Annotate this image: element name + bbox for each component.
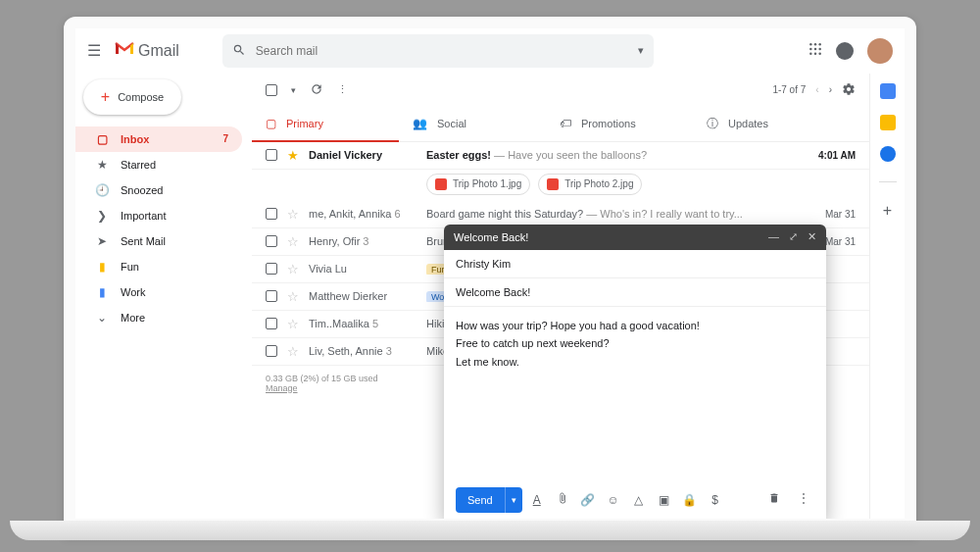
folder-label: Snoozed: [121, 184, 163, 196]
send-button[interactable]: Send: [456, 487, 505, 513]
svg-point-5: [818, 48, 820, 50]
tab-icon: ⓘ: [707, 116, 718, 132]
folder-icon: 🕘: [95, 183, 109, 197]
attachments-row: Trip Photo 1.jpgTrip Photo 2.jpg: [252, 170, 869, 201]
tab-icon: 👥: [413, 117, 427, 130]
svg-point-3: [809, 48, 811, 50]
refresh-icon[interactable]: [310, 82, 323, 98]
settings-icon[interactable]: [842, 82, 856, 98]
more-icon[interactable]: ⋮: [337, 83, 348, 96]
close-icon[interactable]: ✕: [808, 230, 816, 243]
row-checkbox[interactable]: [266, 345, 277, 357]
prev-page-icon[interactable]: ‹: [815, 84, 818, 95]
next-page-icon[interactable]: ›: [829, 84, 832, 95]
tab-updates[interactable]: ⓘUpdates: [693, 107, 840, 141]
sidebar-item-snoozed[interactable]: 🕘Snoozed: [75, 177, 242, 203]
attach-icon[interactable]: [552, 491, 573, 508]
keep-icon[interactable]: [880, 115, 896, 130]
star-icon[interactable]: ☆: [287, 289, 299, 304]
sidebar-item-inbox[interactable]: ▢Inbox7: [75, 126, 242, 152]
sidebar-item-sent-mail[interactable]: ➤Sent Mail: [75, 228, 242, 254]
row-checkbox[interactable]: [266, 263, 277, 275]
attachment-chip[interactable]: Trip Photo 1.jpg: [426, 174, 530, 195]
folder-label: Work: [121, 286, 145, 298]
tab-social[interactable]: 👥Social: [399, 107, 546, 141]
storage-manage-link[interactable]: Manage: [266, 383, 298, 393]
row-checkbox[interactable]: [266, 290, 277, 302]
row-checkbox[interactable]: [266, 235, 277, 247]
star-icon[interactable]: ☆: [287, 207, 299, 222]
sidebar-item-more[interactable]: ⌄More: [75, 305, 242, 330]
svg-point-2: [818, 43, 820, 45]
svg-point-8: [818, 52, 820, 54]
addons-icon[interactable]: +: [883, 202, 892, 220]
tab-icon: 🏷: [560, 117, 571, 130]
money-icon[interactable]: $: [705, 493, 726, 507]
star-icon[interactable]: ☆: [287, 344, 299, 359]
calendar-icon[interactable]: [880, 83, 896, 99]
confidential-icon[interactable]: 🔒: [679, 493, 701, 507]
compose-to-field[interactable]: Christy Kim: [444, 250, 826, 278]
row-checkbox[interactable]: [266, 149, 277, 161]
send-options-icon[interactable]: ▾: [505, 487, 522, 513]
side-rail: +: [869, 74, 905, 519]
tab-label: Promotions: [581, 118, 636, 129]
email-row[interactable]: ★ Daniel Vickery Easter eggs! — Have you…: [252, 142, 869, 170]
sidebar-item-important[interactable]: ❯Important: [75, 203, 242, 228]
photo-icon[interactable]: ▣: [654, 493, 675, 507]
svg-point-4: [814, 48, 816, 50]
format-icon[interactable]: A: [526, 493, 548, 507]
star-icon[interactable]: ★: [287, 148, 299, 163]
expand-icon[interactable]: ⤢: [789, 230, 798, 243]
discard-icon[interactable]: [763, 491, 785, 508]
folder-label: Sent Mail: [121, 235, 166, 247]
link-icon[interactable]: 🔗: [577, 493, 599, 507]
search-dropdown-icon[interactable]: ▾: [638, 44, 644, 57]
gmail-logo[interactable]: Gmail: [115, 40, 179, 61]
attachment-chip[interactable]: Trip Photo 2.jpg: [538, 174, 642, 195]
folder-label: Fun: [121, 261, 139, 273]
tab-promotions[interactable]: 🏷Promotions: [546, 107, 693, 141]
compose-subject-field[interactable]: Welcome Back!: [444, 278, 826, 307]
star-icon[interactable]: ☆: [287, 262, 299, 276]
drive-icon[interactable]: △: [628, 493, 650, 507]
apps-icon[interactable]: [808, 42, 822, 59]
compose-body[interactable]: How was your trip? Hope you had a good v…: [444, 307, 826, 481]
tasks-icon[interactable]: [880, 146, 896, 162]
row-content: Easter eggs! — Have you seen the balloon…: [426, 149, 808, 161]
sidebar-item-work[interactable]: ▮Work: [75, 279, 242, 305]
sidebar-item-starred[interactable]: ★Starred: [75, 152, 242, 177]
row-sender: Liv, Seth, Annie 3: [309, 345, 416, 357]
tab-label: Primary: [286, 118, 323, 129]
search-bar[interactable]: ▾: [222, 34, 654, 68]
account-avatar[interactable]: [867, 38, 893, 64]
svg-point-0: [809, 43, 811, 45]
row-time: Mar 31: [825, 209, 856, 220]
notifications-icon[interactable]: [836, 42, 854, 60]
compose-button[interactable]: + Compose: [83, 79, 181, 115]
tab-primary[interactable]: ▢Primary: [252, 107, 399, 141]
star-icon[interactable]: ☆: [287, 317, 299, 331]
minimize-icon[interactable]: —: [768, 230, 779, 243]
row-sender: Vivia Lu: [309, 263, 416, 275]
sidebar-item-fun[interactable]: ▮Fun: [75, 254, 242, 279]
row-checkbox[interactable]: [266, 208, 277, 220]
row-time: 4:01 AM: [818, 150, 856, 161]
row-sender: Matthew Dierker: [309, 290, 416, 302]
folder-label: More: [121, 312, 145, 324]
menu-icon[interactable]: ☰: [87, 41, 101, 60]
select-all-checkbox[interactable]: [266, 84, 277, 96]
mail-toolbar: ▾ ⋮ 1-7 of 7 ‹ ›: [252, 74, 869, 107]
select-dropdown-icon[interactable]: ▾: [291, 85, 296, 95]
row-sender: Daniel Vickery: [309, 149, 416, 161]
emoji-icon[interactable]: ☺: [603, 493, 624, 507]
tab-icon: ▢: [266, 117, 276, 130]
folder-label: Inbox: [121, 133, 149, 145]
compose-more-icon[interactable]: ⋮: [793, 491, 814, 508]
folder-icon: ▮: [95, 260, 109, 274]
search-input[interactable]: [256, 44, 628, 58]
row-checkbox[interactable]: [266, 318, 277, 329]
main-panel: ▾ ⋮ 1-7 of 7 ‹ › ▢Primary👥Social🏷Promoti…: [252, 74, 869, 519]
compose-header[interactable]: Welcome Back! — ⤢ ✕: [444, 225, 826, 250]
star-icon[interactable]: ☆: [287, 234, 299, 249]
